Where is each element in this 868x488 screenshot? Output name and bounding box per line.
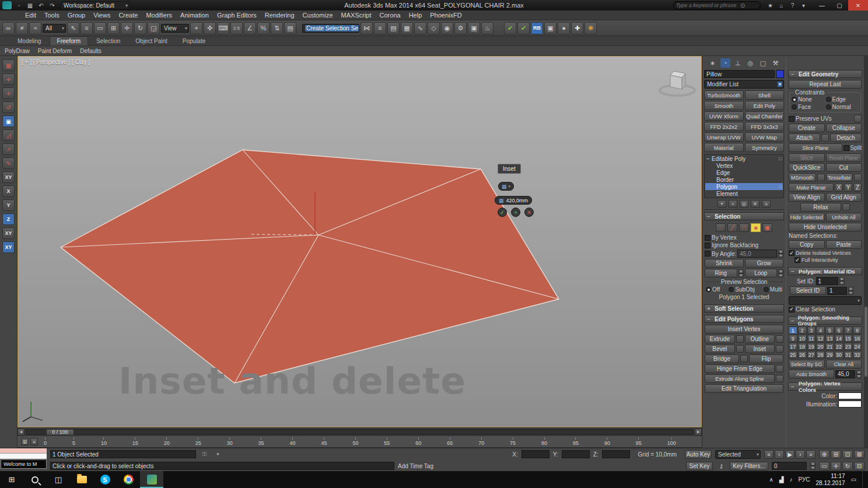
axis-lock-icon-2[interactable]: ✛ [2,87,15,99]
menu-item[interactable]: Views [89,12,114,19]
file-explorer-button[interactable] [70,471,93,488]
min-max-toggle-icon[interactable]: ⊟ [854,462,864,471]
smoothing-groups-header[interactable]: − Polygon: Smoothing Groups [788,317,862,325]
preserve-uvs-checkbox[interactable] [789,116,794,122]
listener-script-line[interactable] [0,454,47,459]
grid-align-button[interactable]: Grid Align [826,193,862,202]
menu-item[interactable]: Rendering [261,12,299,19]
smoothing-group-button[interactable]: 7 [844,326,853,334]
smoothing-group-button[interactable]: 29 [825,351,834,359]
border-sub-icon[interactable]: □ [739,223,749,232]
hide-selected-button[interactable]: Hide Selected [789,213,825,222]
3ds-max-taskbar-button[interactable] [140,471,163,488]
zoom-extents-icon[interactable]: ⊡ [842,450,853,459]
selected-set-dropdown[interactable]: Selected ▾ [715,450,761,459]
by-vertex-checkbox[interactable] [705,235,710,241]
smoothing-group-button[interactable]: 3 [807,326,816,334]
select-and-manipulate-icon[interactable]: ✜ [204,22,216,34]
menu-item[interactable]: Create [114,12,142,19]
planar-x-button[interactable]: X [835,183,843,192]
absolute-offset-icon[interactable]: ⌖ [213,450,223,459]
play-animation-button[interactable]: ▶ [785,450,794,459]
selection-rollout-header[interactable]: − Selection [704,212,784,220]
smoothing-group-button[interactable]: 4 [816,326,825,334]
help-icon[interactable]: ? [788,1,797,10]
extrude-along-spline-button[interactable]: Extrude Along Spline [705,374,775,383]
select-id-field[interactable]: 1 [827,287,847,295]
modifier-stack-row[interactable]: Vertex [705,162,783,169]
material-ids-header[interactable]: − Polygon: Material IDs [788,267,862,275]
select-and-scale-icon[interactable]: ◲ [148,22,160,34]
outline-settings-button[interactable] [776,335,783,343]
unlink-selection-icon[interactable]: ≠ [16,22,28,34]
red-tool-icon-2[interactable]: ↗ [2,143,15,155]
timeline-menu-icon[interactable]: ≡ [30,438,38,445]
menu-item[interactable]: Graph Editors [213,12,261,19]
modifier-button[interactable]: Unwrap UVW [704,132,744,142]
y-coordinate-field[interactable] [562,450,590,458]
relax-settings-button[interactable] [842,203,850,211]
copy-button[interactable]: Copy [789,240,825,249]
named-selection-sets-icon[interactable]: ▤ [284,22,296,34]
select-and-link-icon[interactable]: ∞ [2,22,15,34]
smoothing-group-button[interactable]: 15 [844,335,853,342]
add-time-tag[interactable]: Add Time Tag [398,463,433,469]
smoothing-group-button[interactable]: 1 [789,326,797,334]
welcome-window-titlebar[interactable]: Welcome to M [1,459,47,469]
go-to-end-button[interactable]: » [806,450,816,459]
help-search-input[interactable] [676,2,740,8]
tray-network-icon[interactable]: ▟ [779,476,784,483]
delete-isolated-vertices-checkbox[interactable]: ✓ [789,250,794,256]
tray-expand-icon[interactable]: ∧ [769,476,773,483]
redo-icon[interactable]: ↷ [47,1,57,10]
selection-lock-icon[interactable]: ⚿ [200,450,209,459]
by-angle-checkbox[interactable] [705,251,710,257]
modifier-button[interactable]: UVW Map [745,132,785,142]
ignore-backfacing-checkbox[interactable] [705,243,710,248]
task-view-button[interactable]: ◫ [47,471,70,488]
select-by-sg-button[interactable]: Select By SG [789,360,825,368]
reset-plane-button[interactable]: Reset Plane [826,153,862,162]
pin-stack-icon[interactable]: ⌖ [718,200,726,208]
slice-plane-button[interactable]: Slice Plane [789,143,842,152]
modifier-button[interactable]: Symmetry [745,143,785,152]
bind-to-space-warp-icon[interactable]: ≈ [29,22,41,34]
perspective-viewport[interactable]: [ + ] [ Perspective ] [ Clay ] Inset and… [18,56,702,427]
edge-sub-icon[interactable]: ╱ [727,223,737,232]
preview-subobj-radio[interactable] [729,287,734,292]
spinner-snap-icon[interactable]: ⇅ [271,22,283,34]
by-angle-spinner[interactable]: ▲▼ [778,250,783,258]
render-setup-icon[interactable]: ⚙ [454,22,467,34]
hide-unselected-button[interactable]: Hide Unselected [789,223,862,231]
smoothing-group-button[interactable]: 11 [807,335,816,342]
maxscript-mini-listener[interactable] [0,448,47,459]
maximize-viewport-icon[interactable]: ⊠ [854,450,864,459]
ribbon-tab[interactable]: Freeform [50,36,89,45]
grow-button[interactable]: Grow [745,259,784,268]
corona-converter-icon[interactable]: ✔ [517,22,530,34]
vertex-color-swatch[interactable] [838,392,862,399]
pan-icon[interactable]: ✛ [831,462,841,471]
notification-center-icon[interactable]: ▭ [851,476,856,483]
modifier-button[interactable]: Shell [745,90,785,100]
inset-button[interactable]: Inset [745,345,775,353]
x-coordinate-field[interactable] [522,450,550,458]
previous-frame-arrow[interactable]: ◂ [18,429,24,436]
scrollbar-thumb[interactable] [864,307,867,377]
mirror-icon[interactable]: ⋈ [360,22,373,34]
menu-item[interactable]: Corona [376,12,405,19]
attach-button[interactable]: Attach [789,134,820,142]
material-id-name-dropdown[interactable]: ▾ [789,296,862,305]
set-id-field[interactable]: 1 [816,277,838,285]
menu-item[interactable]: Animation [176,12,213,19]
modifier-button[interactable]: Edit Poly [745,101,785,110]
select-object-icon[interactable]: ⇖ [67,22,79,34]
smoothing-group-button[interactable]: 5 [825,326,834,334]
insert-vertex-button[interactable]: Insert Vertex [705,325,783,333]
go-to-start-button[interactable]: « [764,450,774,459]
axis-rotate-icon[interactable]: ↺ [2,101,15,113]
select-id-spinner[interactable]: ▲▼ [848,287,853,295]
smoothing-group-button[interactable]: 31 [844,351,853,359]
render-production-icon[interactable]: ♨ [481,22,494,34]
current-frame-field[interactable] [772,462,807,470]
